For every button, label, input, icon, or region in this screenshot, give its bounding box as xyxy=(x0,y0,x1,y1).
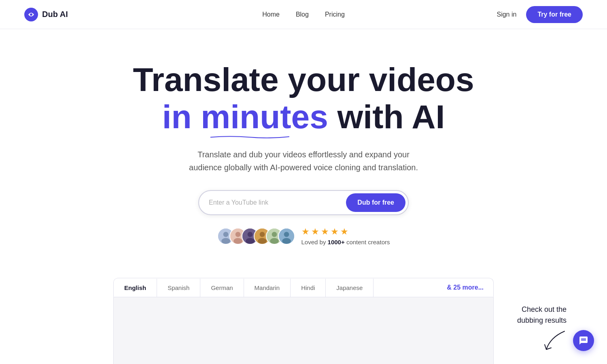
dub-for-free-button[interactable]: Dub for free xyxy=(346,193,405,212)
star-2: ★ xyxy=(311,226,319,237)
tab-spanish[interactable]: Spanish xyxy=(157,279,200,297)
svg-point-6 xyxy=(235,232,240,237)
sign-in-link[interactable]: Sign in xyxy=(497,11,516,18)
star-4: ★ xyxy=(331,226,339,237)
hero-accent: in minutes xyxy=(162,98,337,135)
nav-home[interactable]: Home xyxy=(262,11,280,18)
svg-point-9 xyxy=(247,232,253,237)
brand-name: Dub AI xyxy=(42,10,68,19)
svg-point-10 xyxy=(246,238,255,244)
avatar-group xyxy=(217,228,295,245)
accent-underline-icon xyxy=(162,135,337,138)
creator-count: 1000+ xyxy=(328,239,345,245)
star-rating: ★ ★ ★ ★ ★ xyxy=(301,226,390,237)
avatar xyxy=(278,228,295,245)
logo-icon xyxy=(24,8,38,21)
video-preview xyxy=(113,297,494,364)
svg-point-13 xyxy=(258,238,267,244)
language-section: English Spanish German Mandarin Hindi Ja… xyxy=(0,262,607,364)
nav-pricing[interactable]: Pricing xyxy=(325,11,345,18)
tab-german[interactable]: German xyxy=(200,279,244,297)
svg-point-19 xyxy=(282,238,291,244)
tab-hindi[interactable]: Hindi xyxy=(291,279,326,297)
annotation-arrow-icon xyxy=(542,329,567,353)
tab-container: English Spanish German Mandarin Hindi Ja… xyxy=(113,278,494,364)
nav-blog[interactable]: Blog xyxy=(296,11,309,18)
tab-japanese[interactable]: Japanese xyxy=(326,279,374,297)
stars-and-text: ★ ★ ★ ★ ★ Loved by 1000+ content creator… xyxy=(301,226,390,245)
svg-point-15 xyxy=(272,232,277,237)
social-proof-text: Loved by 1000+ content creators xyxy=(301,239,390,245)
chat-icon xyxy=(579,336,588,345)
nav-links: Home Blog Pricing xyxy=(262,11,345,18)
star-5: ★ xyxy=(340,226,348,237)
logo-link[interactable]: Dub AI xyxy=(24,8,68,21)
svg-point-3 xyxy=(223,232,228,237)
youtube-input-row: Dub for free xyxy=(198,190,409,215)
hero-title-line2: in minutes with AI xyxy=(162,98,445,136)
svg-point-4 xyxy=(221,238,230,244)
svg-point-7 xyxy=(233,238,242,244)
social-proof: ★ ★ ★ ★ ★ Loved by 1000+ content creator… xyxy=(217,226,390,245)
language-tabs: English Spanish German Mandarin Hindi Ja… xyxy=(113,278,494,297)
svg-point-18 xyxy=(284,232,289,237)
svg-point-12 xyxy=(259,232,265,237)
hero-section: Translate your videos in minutes with AI… xyxy=(0,29,607,262)
try-free-button[interactable]: Try for free xyxy=(526,6,583,23)
hero-subtitle: Translate and dub your videos effortless… xyxy=(182,148,425,174)
navbar: Dub AI Home Blog Pricing Sign in Try for… xyxy=(0,0,607,29)
svg-point-16 xyxy=(270,238,279,244)
svg-point-1 xyxy=(30,13,32,16)
nav-right: Sign in Try for free xyxy=(497,6,583,23)
star-1: ★ xyxy=(301,226,310,237)
hero-title-line1: Translate your videos xyxy=(133,61,474,98)
star-3: ★ xyxy=(321,226,329,237)
tab-mandarin[interactable]: Mandarin xyxy=(244,279,291,297)
dubbing-annotation: Check out the dubbing results xyxy=(517,304,567,353)
chat-support-button[interactable] xyxy=(573,330,594,351)
more-languages-link[interactable]: & 25 more... xyxy=(437,278,493,297)
youtube-link-input[interactable] xyxy=(209,199,346,206)
hero-line2-rest: with AI xyxy=(337,98,445,135)
tab-english[interactable]: English xyxy=(114,279,157,297)
